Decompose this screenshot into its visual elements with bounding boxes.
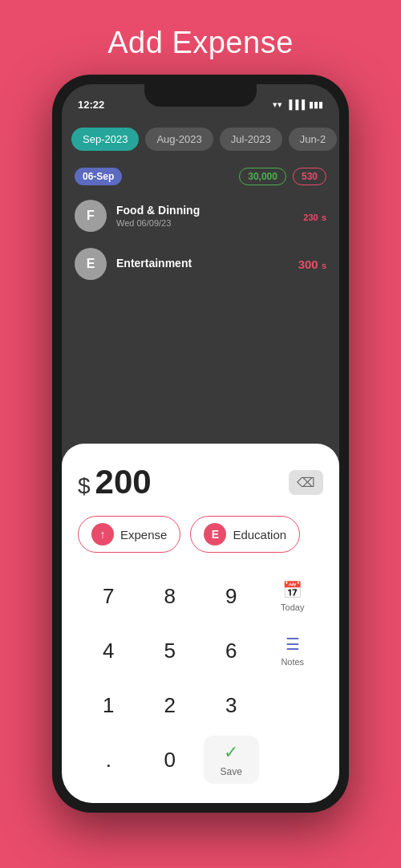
status-time: 12:22 [78,99,104,111]
key-dot[interactable]: . [78,732,140,787]
today-button[interactable]: 📅 Today [262,569,324,623]
notes-label: Notes [281,657,304,667]
key-5[interactable]: 5 [140,623,201,678]
month-tab-jun[interactable]: Jun-2 [289,128,338,151]
currency-symbol: $ [78,473,91,499]
wifi-icon: ▾▾ [273,99,282,110]
notes-button[interactable]: ☰ Notes [262,623,324,678]
notes-icon: ☰ [286,635,300,654]
status-icons: ▾▾ ▐▐▐ ▮▮▮ [273,99,323,110]
expense-icon: ↑ [91,523,114,546]
avatar: E [75,248,107,280]
backspace-icon: ⌫ [297,475,315,490]
page-title: Add Expense [107,26,294,60]
keypad: 7 8 9 📅 Today 4 5 6 ☰ Notes 1 2 3 [78,569,323,787]
expense-badge: 530 [293,168,326,185]
backspace-button[interactable]: ⌫ [289,470,323,495]
amount-text: $ 200 [78,463,152,501]
month-tabs: Sep-2023 Aug-2023 Jul-2023 Jun-2 🔍 [62,116,339,161]
add-expense-modal: $ 200 ⌫ ↑ Expense E Education [62,444,339,803]
amount-display: $ 200 ⌫ [78,463,323,501]
battery-icon: ▮▮▮ [309,99,323,110]
checkmark-icon: ✓ [224,742,238,763]
key-2[interactable]: 2 [140,678,201,732]
phone-notch [144,84,257,107]
avatar: F [75,200,107,232]
phone-frame: 12:22 ▾▾ ▐▐▐ ▮▮▮ Sep-2023 Aug-2023 Jul-2… [52,75,349,813]
income-badge: 30,000 [239,168,286,185]
key-0[interactable]: 0 [140,732,201,787]
transaction-info: Entertainment [116,257,289,271]
key-3[interactable]: 3 [200,678,262,732]
key-8[interactable]: 8 [140,569,201,623]
key-empty-2 [262,732,324,787]
transaction-amount: 300 s [298,258,326,271]
transaction-name: Entertainment [116,257,289,270]
transaction-info: Food & Dinning Wed 06/09/23 [116,204,294,228]
key-7[interactable]: 7 [78,569,140,623]
transaction-name: Food & Dinning [116,204,294,217]
date-badge: 06-Sep [75,168,122,185]
month-tab-sep[interactable]: Sep-2023 [71,128,139,151]
date-row: 06-Sep 30,000 530 [62,161,339,192]
key-9[interactable]: 9 [200,569,262,623]
expense-type-button[interactable]: ↑ Expense [78,516,180,553]
category-label: Education [233,528,286,541]
type-buttons: ↑ Expense E Education [78,516,323,553]
month-tab-aug[interactable]: Aug-2023 [145,128,213,151]
key-1[interactable]: 1 [78,678,140,732]
save-button[interactable]: ✓ Save [204,736,259,784]
key-4[interactable]: 4 [78,623,140,678]
calendar-icon: 📅 [282,580,302,599]
signal-icon: ▐▐▐ [286,99,305,109]
transaction-amount: 230 s [303,209,326,223]
transaction-item: E Entertainment 300 s [62,240,339,288]
category-icon: E [204,523,226,546]
today-label: Today [281,602,304,612]
expense-label: Expense [120,528,167,541]
month-tab-jul[interactable]: Jul-2023 [220,128,282,151]
transaction-date: Wed 06/09/23 [116,218,294,228]
phone-screen: 12:22 ▾▾ ▐▐▐ ▮▮▮ Sep-2023 Aug-2023 Jul-2… [62,84,339,803]
key-empty [262,678,324,732]
category-button[interactable]: E Education [190,516,300,553]
transaction-item: F Food & Dinning Wed 06/09/23 230 s [62,192,339,240]
amount-value: 200 [95,463,152,501]
date-amounts: 30,000 530 [239,168,326,185]
save-label: Save [221,766,242,777]
key-6[interactable]: 6 [200,623,262,678]
